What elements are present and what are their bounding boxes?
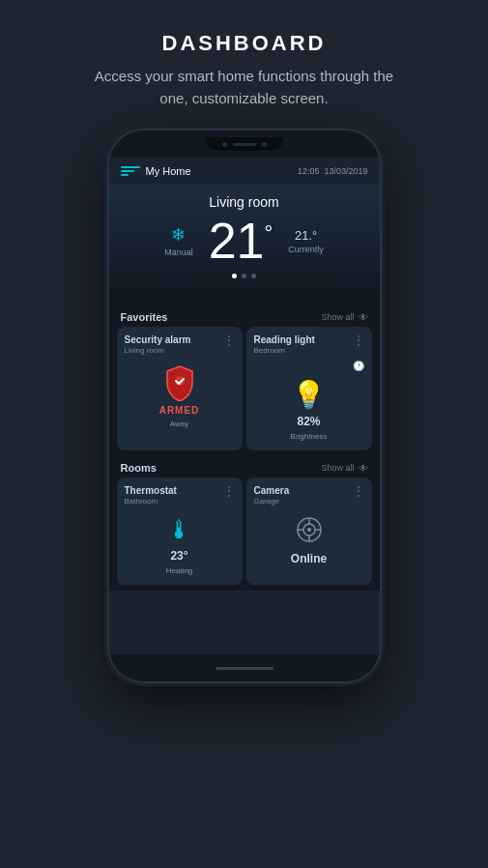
reading-light-menu[interactable]: ⋮ [353,334,364,346]
wave-separator [109,294,380,305]
manual-label: Manual [164,247,193,257]
hero-temperature: 21° [209,216,273,266]
security-alarm-body: ARMED Away [117,357,243,438]
rooms-cards-grid: Thermostat Bathroom ⋮ 🌡 23° Heating [109,477,380,591]
security-alarm-card[interactable]: Security alarm Living room ⋮ [117,327,243,450]
camera-icon [295,515,324,548]
security-alarm-sub: Living room [125,346,191,355]
thermostat-card[interactable]: Thermostat Bathroom ⋮ 🌡 23° Heating [117,477,243,585]
phone-top-bar [109,130,380,158]
currently-temp: 21.° [295,228,317,243]
thermostat-card-header: Thermostat Bathroom ⋮ [117,477,243,507]
phone-notch [206,137,283,151]
camera-menu[interactable]: ⋮ [353,485,364,497]
sensor [262,142,267,147]
hero-manual: ❄ Manual [164,224,193,257]
bulb-icon: 💡 [292,379,326,411]
rooms-show-all[interactable]: Show all 👁 [321,463,367,474]
page-title: DASHBOARD [162,31,327,56]
app-datetime: 12:05 13/03/2019 [298,166,368,176]
reading-light-card[interactable]: Reading light Bedroom ⋮ 🕐 💡 82% Brightne… [246,327,372,450]
camera-body: Online [246,507,372,575]
phone-bottom [109,654,380,681]
heating-label: Heating [166,566,193,575]
home-indicator [215,667,273,670]
camera-card-header: Camera Garage ⋮ [246,477,372,507]
currently-label: Currently [288,245,324,254]
snowflake-icon: ❄ [171,224,186,246]
dot-2 [242,274,246,278]
page-dots [109,274,380,278]
favorites-section: Favorites Show all 👁 Security alarm Livi… [109,305,380,456]
dot-3 [251,274,256,278]
thermostat-body: 🌡 23° Heating [117,507,243,585]
rooms-header: Rooms Show all 👁 [109,456,380,477]
hero-currently: 21.° Currently [288,228,324,254]
phone-screen: My Home 12:05 13/03/2019 Living room ❄ M… [109,158,380,654]
app-header-left: My Home [121,163,191,179]
hero-temp-row: ❄ Manual 21° 21.° Currently [109,216,380,266]
card-title-block: Camera Garage [254,485,290,506]
shield-icon [163,364,196,401]
brightness-value: 82% [297,415,320,428]
security-alarm-menu[interactable]: ⋮ [223,334,235,346]
favorites-header: Favorites Show all 👁 [109,305,380,327]
favorites-show-all[interactable]: Show all 👁 [321,312,367,323]
reading-light-name: Reading light [254,334,315,345]
favorites-cards-grid: Security alarm Living room ⋮ [109,327,380,456]
svg-point-3 [307,528,311,532]
camera-sub: Garage [254,497,290,506]
speaker [233,143,256,146]
camera-card[interactable]: Camera Garage ⋮ [246,477,372,585]
phone-mockup: My Home 12:05 13/03/2019 Living room ❄ M… [109,130,380,681]
rooms-title: Rooms [121,462,157,474]
camera-name: Camera [254,485,290,496]
reading-light-body: 💡 82% Brightness [246,371,372,450]
thermostat-temp: 23° [170,549,187,563]
reading-light-sub: Bedroom [254,346,315,355]
favorites-title: Favorites [121,311,168,323]
logo-line-3 [121,174,129,176]
away-label: Away [170,420,188,428]
dot-1 [232,274,237,278]
app-logo [121,163,140,179]
hero-section: Living room ❄ Manual 21° 21.° Currently [109,185,380,294]
logo-line-2 [121,170,134,172]
front-camera [222,142,227,147]
logo-line-1 [121,166,140,168]
reading-light-card-header: Reading light Bedroom ⋮ [246,327,372,357]
hero-room-name: Living room [109,194,380,210]
page-subtitle: Access your smart home functions through… [90,66,399,109]
thermostat-menu[interactable]: ⋮ [223,485,235,497]
rooms-eye-icon: 👁 [359,463,368,474]
card-title-block: Security alarm Living room [125,334,191,355]
thermometer-icon: 🌡 [167,515,192,545]
app-home-name: My Home [146,165,191,177]
card-clock: 🕐 [246,357,372,371]
thermostat-name: Thermostat [125,485,177,496]
clock-icon: 🕐 [353,361,364,371]
rooms-section: Rooms Show all 👁 Thermostat Bathroom ⋮ [109,456,380,591]
brightness-label: Brightness [291,432,328,441]
armed-label: ARMED [159,405,200,416]
thermostat-sub: Bathroom [125,497,177,506]
card-title-block: Reading light Bedroom [254,334,315,355]
security-alarm-name: Security alarm [125,334,191,345]
eye-icon: 👁 [359,312,368,323]
online-label: Online [291,552,327,565]
app-header: My Home 12:05 13/03/2019 [109,158,380,185]
card-title-block: Thermostat Bathroom [125,485,177,506]
security-alarm-card-header: Security alarm Living room ⋮ [117,327,243,357]
